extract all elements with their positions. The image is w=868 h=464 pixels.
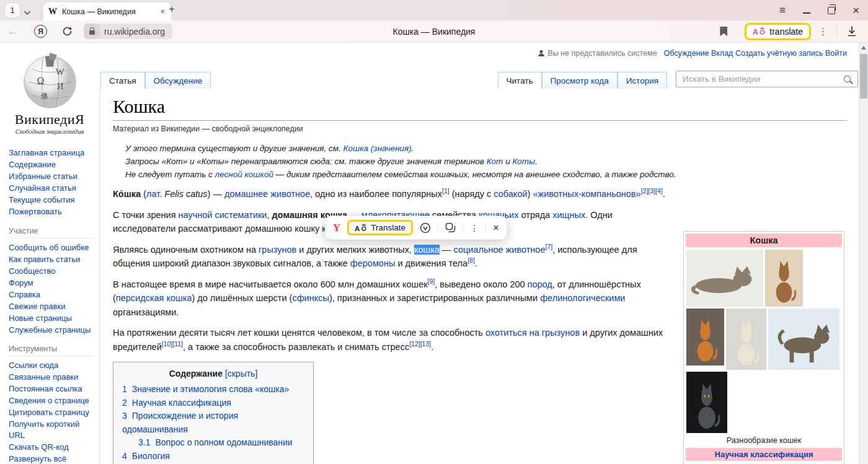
- reference-link[interactable]: [7]: [545, 243, 552, 250]
- window-close-icon[interactable]: ×: [852, 4, 859, 16]
- reload-icon[interactable]: [62, 26, 73, 37]
- sidebar-item[interactable]: Скачать QR-код: [9, 442, 97, 453]
- toc-hide-toggle[interactable]: [скрыть]: [225, 369, 257, 379]
- wiki-link[interactable]: Коты: [512, 157, 535, 166]
- reference-link[interactable]: [2][3][4]: [641, 187, 663, 195]
- sidebar-item[interactable]: Случайная статья: [9, 183, 97, 194]
- toc-item[interactable]: 3.1Вопрос о полном одомашнивании: [122, 436, 304, 450]
- sidebar-item[interactable]: Связанные правки: [9, 372, 97, 383]
- browser-tab[interactable]: W Кошка — Википедия ×: [43, 2, 171, 20]
- wiki-link[interactable]: Кот: [487, 157, 503, 166]
- cat-photo-5[interactable]: [768, 309, 839, 370]
- wiki-link[interactable]: научной систематики: [179, 210, 267, 220]
- wiki-link[interactable]: социальное животное: [453, 245, 545, 255]
- tab-Обсуждение[interactable]: Обсуждение: [145, 72, 211, 89]
- sidebar-item[interactable]: Содержание: [9, 159, 97, 170]
- yandex-logo-icon[interactable]: Y: [333, 222, 340, 234]
- wiki-link[interactable]: фелинологическими: [540, 293, 625, 303]
- detail-link[interactable]: [подробно]: [685, 462, 843, 464]
- sidebar-item[interactable]: Сведения о странице: [9, 395, 97, 406]
- wiki-link[interactable]: собакой: [494, 189, 527, 199]
- personal-link-3[interactable]: Войти: [825, 49, 847, 58]
- url-chip[interactable]: ru.wikipedia.org: [84, 24, 172, 39]
- translate-button[interactable]: A translate: [745, 23, 811, 40]
- scrollbar-thumb[interactable]: [860, 54, 867, 98]
- view-tab-Просмотр кода[interactable]: Просмотр кода: [542, 72, 618, 89]
- wikipedia-logo[interactable]: Ω W И 佛 ВикипедиЯ Свободная энциклопедия: [0, 51, 99, 135]
- tab-counter-button[interactable]: 1: [5, 3, 20, 17]
- wiki-link[interactable]: Кошка (значения): [343, 144, 412, 153]
- sidebar-item[interactable]: Как править статьи: [9, 254, 97, 265]
- sidebar-item[interactable]: Новые страницы: [9, 313, 97, 324]
- reference-link[interactable]: [12][13]: [409, 340, 431, 348]
- cat-photo-6[interactable]: [686, 372, 727, 433]
- chevron-down-icon[interactable]: [24, 7, 31, 18]
- toc-item[interactable]: 4Биология: [122, 450, 304, 463]
- sidebar-item[interactable]: Пожертвовать: [9, 206, 97, 217]
- tab-close-icon[interactable]: ×: [159, 7, 166, 16]
- wiki-link[interactable]: «животных-компаньонов»: [533, 189, 640, 199]
- toc-item[interactable]: 1Значение и этимология слова «кошка»: [122, 383, 304, 396]
- sidebar-item[interactable]: Ссылки сюда: [9, 360, 97, 371]
- search-input[interactable]: [681, 74, 844, 84]
- copy-icon[interactable]: [445, 222, 456, 233]
- wiki-search-box[interactable]: [676, 71, 858, 87]
- personal-link-1[interactable]: Вклад: [711, 49, 733, 58]
- view-tab-История[interactable]: История: [618, 72, 667, 89]
- scrollbar-up-arrow[interactable]: [861, 46, 866, 50]
- minimize-icon[interactable]: [803, 7, 810, 14]
- cat-photo-3[interactable]: [686, 309, 724, 366]
- wiki-link[interactable]: хищных: [552, 210, 585, 220]
- wiki-link[interactable]: охотиться на грызунов: [485, 328, 580, 338]
- reference-link[interactable]: [8]: [467, 256, 475, 264]
- yandex-services-icon[interactable]: Я: [34, 25, 47, 38]
- restore-icon[interactable]: [828, 7, 835, 14]
- wiki-link[interactable]: феромоны: [350, 258, 396, 268]
- personal-link-0[interactable]: Обсуждение: [664, 49, 709, 58]
- classification-header[interactable]: Научная классификация: [686, 448, 842, 461]
- browser-menu-icon[interactable]: ≡: [779, 4, 786, 17]
- sidebar-item[interactable]: Развернуть всё: [9, 453, 97, 464]
- bookmark-icon[interactable]: [720, 27, 727, 37]
- cat-photo-1[interactable]: [686, 250, 763, 307]
- sidebar-item[interactable]: Сообщить об ошибке: [9, 242, 97, 253]
- wiki-link[interactable]: пород: [528, 279, 552, 289]
- wiki-link[interactable]: грызунов: [259, 245, 296, 255]
- new-tab-button[interactable]: +: [169, 3, 175, 15]
- sidebar-item[interactable]: Постоянная ссылка: [9, 383, 97, 395]
- toc-item[interactable]: 3Происхождение и история одомашнивания: [122, 409, 304, 436]
- wiki-link[interactable]: лесной кошкой: [215, 170, 273, 179]
- reference-link[interactable]: [9]: [428, 278, 435, 285]
- search-icon[interactable]: [844, 76, 851, 82]
- sidebar-item[interactable]: Заглавная страница: [9, 147, 97, 159]
- sidebar-item[interactable]: Форум: [9, 278, 97, 289]
- wiki-link[interactable]: лат.: [146, 189, 162, 199]
- lock-icon[interactable]: [84, 24, 100, 39]
- sidebar-item[interactable]: Цитировать страницу: [9, 407, 97, 418]
- sidebar-item[interactable]: Свежие правки: [9, 301, 97, 312]
- cat-photo-2[interactable]: [765, 250, 803, 307]
- sidebar-item[interactable]: Справка: [9, 289, 97, 300]
- sidebar-item[interactable]: Избранные статьи: [9, 171, 97, 182]
- wiki-link[interactable]: домашнее животное: [224, 189, 310, 199]
- scrollbar[interactable]: [859, 43, 868, 464]
- wiki-link[interactable]: персидская кошка: [116, 293, 192, 303]
- reference-link[interactable]: [10][11]: [162, 340, 183, 348]
- tab-Статья[interactable]: Статья: [100, 72, 145, 89]
- popup-translate-button[interactable]: A Translate: [347, 220, 413, 235]
- personal-link-2[interactable]: Создать учётную запись: [735, 49, 823, 58]
- toc-item[interactable]: 2Научная классификация: [122, 396, 304, 410]
- sidebar-item[interactable]: Получить короткий URL: [9, 419, 97, 440]
- wiki-link[interactable]: сфинксы: [292, 293, 329, 303]
- sidebar-item[interactable]: Текущие события: [9, 195, 97, 206]
- view-tab-Читать[interactable]: Читать: [498, 72, 542, 89]
- cat-photo-4[interactable]: [726, 309, 766, 370]
- reference-link[interactable]: [1]: [442, 187, 450, 195]
- sidebar-item[interactable]: Служебные страницы: [9, 325, 97, 336]
- download-icon[interactable]: [847, 26, 857, 37]
- sidebar-item[interactable]: Сообщество: [9, 266, 97, 277]
- popup-more-icon[interactable]: ⋮: [470, 223, 479, 233]
- back-icon[interactable]: ←: [7, 25, 18, 38]
- more-options-icon[interactable]: ⋮: [818, 26, 828, 37]
- popup-close-icon[interactable]: ×: [493, 222, 499, 233]
